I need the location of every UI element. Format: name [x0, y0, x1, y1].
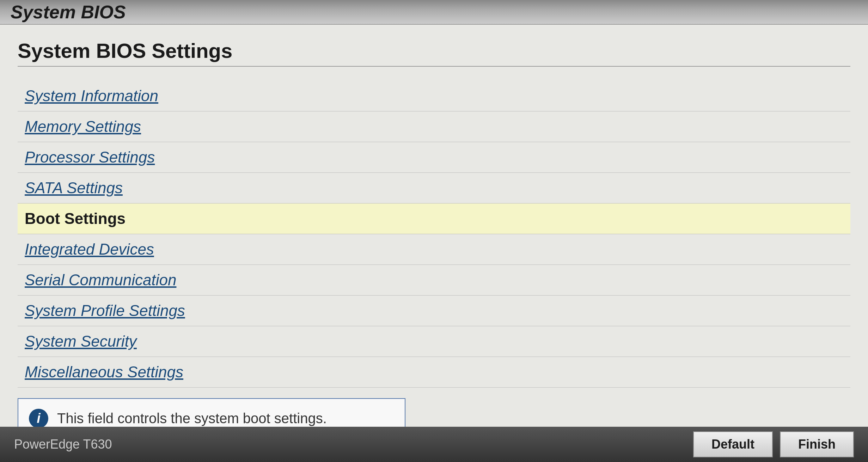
- menu-item-processor-settings[interactable]: Processor Settings: [18, 142, 850, 173]
- menu-item-system-security[interactable]: System Security: [18, 326, 850, 357]
- menu-link-miscellaneous-settings[interactable]: Miscellaneous Settings: [25, 363, 183, 381]
- menu-item-boot-settings[interactable]: Boot Settings: [18, 203, 850, 234]
- bottom-bar: PowerEdge T630 Default Finish: [0, 427, 868, 462]
- app-title: System BIOS: [11, 1, 126, 23]
- menu-link-system-security[interactable]: System Security: [25, 333, 137, 350]
- model-label: PowerEdge T630: [14, 437, 112, 452]
- menu-link-system-information[interactable]: System Information: [25, 87, 158, 104]
- menu-link-system-profile-settings[interactable]: System Profile Settings: [25, 302, 185, 319]
- page-title: System BIOS Settings: [18, 39, 850, 67]
- top-bar: System BIOS: [0, 0, 868, 25]
- settings-menu: System InformationMemory SettingsProcess…: [18, 81, 850, 388]
- menu-item-integrated-devices[interactable]: Integrated Devices: [18, 234, 850, 265]
- menu-link-processor-settings[interactable]: Processor Settings: [25, 148, 155, 166]
- finish-button[interactable]: Finish: [780, 431, 854, 457]
- bottom-buttons: Default Finish: [693, 431, 854, 457]
- menu-item-system-information[interactable]: System Information: [18, 81, 850, 111]
- menu-active-label: Boot Settings: [25, 210, 126, 227]
- menu-link-sata-settings[interactable]: SATA Settings: [25, 179, 123, 196]
- menu-link-serial-communication[interactable]: Serial Communication: [25, 271, 176, 288]
- menu-item-serial-communication[interactable]: Serial Communication: [18, 265, 850, 296]
- main-content: System BIOS Settings System InformationM…: [0, 25, 868, 427]
- menu-link-memory-settings[interactable]: Memory Settings: [25, 118, 141, 135]
- info-icon: i: [29, 409, 48, 427]
- info-text: This field controls the system boot sett…: [57, 411, 327, 426]
- menu-item-memory-settings[interactable]: Memory Settings: [18, 111, 850, 142]
- menu-link-integrated-devices[interactable]: Integrated Devices: [25, 241, 154, 258]
- info-box: i This field controls the system boot se…: [18, 398, 405, 427]
- default-button[interactable]: Default: [693, 431, 773, 457]
- menu-item-sata-settings[interactable]: SATA Settings: [18, 173, 850, 203]
- menu-item-miscellaneous-settings[interactable]: Miscellaneous Settings: [18, 357, 850, 388]
- menu-item-system-profile-settings[interactable]: System Profile Settings: [18, 296, 850, 326]
